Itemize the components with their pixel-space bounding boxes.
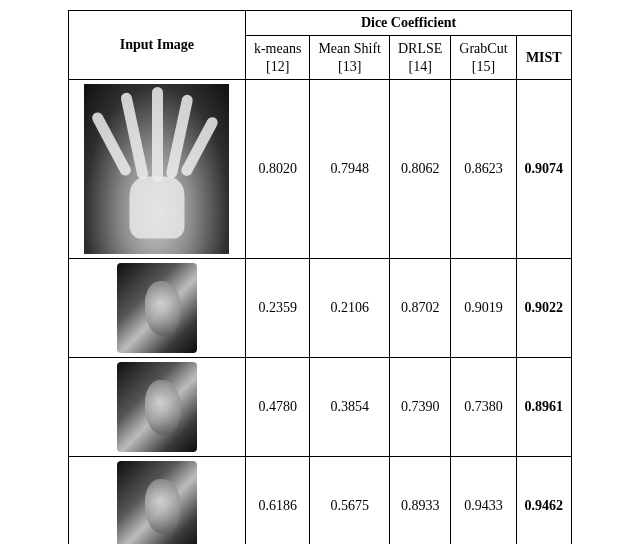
table-row: 0.6186 0.5675 0.8933 0.9433 0.9462	[68, 457, 571, 545]
header-method-drlse: DRLSE [14]	[389, 36, 450, 80]
image-cell	[68, 358, 245, 457]
cell-meanshift: 0.7948	[310, 80, 390, 259]
header-method-meanshift: Mean Shift [13]	[310, 36, 390, 80]
header-method-grabcut: GrabCut [15]	[451, 36, 516, 80]
table-row: 0.2359 0.2106 0.8702 0.9019 0.9022	[68, 259, 571, 358]
table-row: 0.8020 0.7948 0.8062 0.8623 0.9074	[68, 80, 571, 259]
cell-drlse: 0.8702	[389, 259, 450, 358]
knee-mri-image	[117, 263, 197, 353]
cell-drlse: 0.7390	[389, 358, 450, 457]
cell-drlse: 0.8933	[389, 457, 450, 545]
cell-kmeans: 0.8020	[245, 80, 309, 259]
knee-mri-image	[117, 461, 197, 544]
hand-xray-image	[84, 84, 229, 254]
cell-meanshift: 0.3854	[310, 358, 390, 457]
cell-grabcut: 0.9019	[451, 259, 516, 358]
table-row: 0.4780 0.3854 0.7390 0.7380 0.8961	[68, 358, 571, 457]
table-body: 0.8020 0.7948 0.8062 0.8623 0.9074 0.235…	[68, 80, 571, 545]
cell-mist: 0.9074	[516, 80, 572, 259]
image-cell	[68, 80, 245, 259]
header-input-image: Input Image	[68, 11, 245, 80]
cell-kmeans: 0.2359	[245, 259, 309, 358]
cell-drlse: 0.8062	[389, 80, 450, 259]
image-cell	[68, 457, 245, 545]
cell-mist: 0.9462	[516, 457, 572, 545]
cell-mist: 0.8961	[516, 358, 572, 457]
cell-mist: 0.9022	[516, 259, 572, 358]
cell-grabcut: 0.8623	[451, 80, 516, 259]
cell-kmeans: 0.6186	[245, 457, 309, 545]
dice-coefficient-table: Input Image Dice Coefficient k-means [12…	[68, 10, 572, 544]
cell-grabcut: 0.9433	[451, 457, 516, 545]
cell-meanshift: 0.2106	[310, 259, 390, 358]
header-dice-coefficient: Dice Coefficient	[245, 11, 571, 36]
header-method-mist: MIST	[516, 36, 572, 80]
cell-meanshift: 0.5675	[310, 457, 390, 545]
image-cell	[68, 259, 245, 358]
knee-mri-image	[117, 362, 197, 452]
cell-kmeans: 0.4780	[245, 358, 309, 457]
header-method-kmeans: k-means [12]	[245, 36, 309, 80]
cell-grabcut: 0.7380	[451, 358, 516, 457]
